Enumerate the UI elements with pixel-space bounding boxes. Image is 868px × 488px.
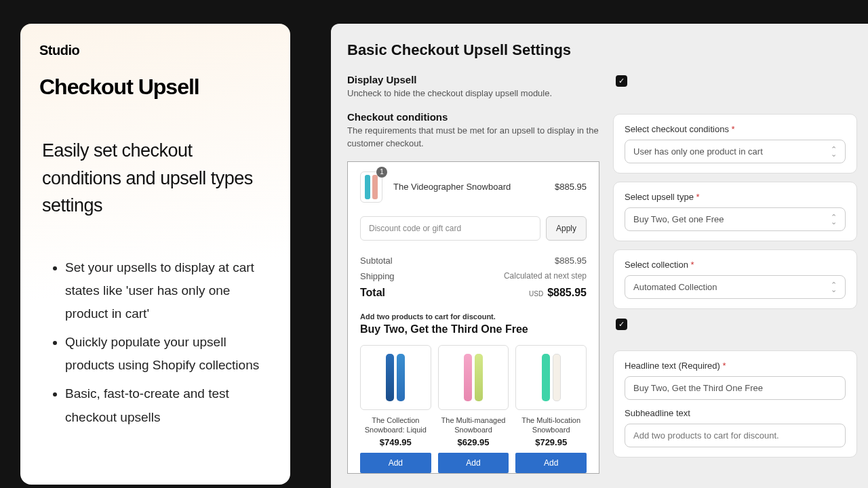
product-price: $749.95 [360, 437, 431, 447]
chevron-updown-icon: ⌃⌄ [831, 283, 837, 291]
field-label: Select collection * [625, 260, 846, 270]
checkout-conditions-label: Checkout conditions [347, 111, 599, 123]
upsell-tile: The Collection Snowboard: Liquid $749.95… [360, 345, 431, 474]
discount-input[interactable]: Discount code or gift card [360, 216, 540, 241]
upsell-tile: The Multi-location Snowboard $729.95 Add [515, 345, 587, 474]
checkout-conditions-desc: The requirements that must be met for an… [347, 125, 599, 150]
headline-card: Headline text (Required) * Buy Two, Get … [613, 350, 857, 458]
qty-badge: 1 [376, 167, 387, 178]
display-upsell-label: Display Upsell [347, 74, 599, 85]
field-label: Select checkout conditions * [625, 124, 846, 134]
subheadline-input[interactable] [625, 424, 846, 447]
secondary-checkbox[interactable]: ✓ [616, 319, 627, 330]
collection-card: Select collection * Automated Collection… [613, 249, 857, 309]
cart-item-price: $885.95 [555, 182, 587, 192]
upsell-tile: The Multi-managed Snowboard $629.95 Add [438, 345, 509, 474]
feature-item: Set your upsells to display at cart stat… [65, 256, 271, 326]
checkout-conditions-select[interactable]: User has only one product in cart⌃⌄ [625, 140, 846, 163]
apply-button[interactable]: Apply [546, 216, 587, 241]
sidebar-title: Checkout Upsell [39, 75, 271, 100]
collection-select[interactable]: Automated Collection⌃⌄ [625, 275, 846, 299]
chevron-updown-icon: ⌃⌄ [831, 147, 837, 156]
product-image [360, 345, 431, 410]
checkout-conditions-card: Select checkout conditions * User has on… [613, 114, 857, 174]
product-price: $729.95 [515, 437, 587, 447]
subtotal-label: Subtotal [360, 256, 393, 266]
feature-item: Basic, fast-to-create and test checkout … [65, 382, 271, 428]
display-upsell-desc: Uncheck to hide the checkout display ups… [347, 87, 599, 100]
subtotal-value: $885.95 [555, 256, 587, 266]
product-name: The Multi-location Snowboard [515, 415, 587, 435]
marketing-sidebar: Studio Checkout Upsell Easily set checko… [20, 24, 290, 485]
field-label: Select upsell type * [625, 192, 846, 202]
checkout-preview: 1 The Videographer Snowboard $885.95 Dis… [347, 161, 599, 474]
total-label: Total [360, 287, 385, 299]
headline-input[interactable]: Buy Two, Get the Third One Free [625, 376, 846, 400]
sidebar-subtitle: Easily set checkout conditions and upsel… [39, 137, 271, 220]
shipping-value: Calculated at next step [504, 271, 587, 281]
product-name: The Multi-managed Snowboard [438, 415, 509, 435]
upsell-headline: Buy Two, Get the Third One Free [360, 323, 587, 336]
brand-logo: Studio [39, 43, 271, 58]
settings-panel: Basic Checkout Upsell Settings Display U… [331, 24, 868, 488]
add-button[interactable]: Add [438, 453, 509, 473]
page-title: Basic Checkout Upsell Settings [347, 41, 857, 59]
product-name: The Collection Snowboard: Liquid [360, 415, 431, 435]
cart-item-thumb: 1 [360, 171, 382, 203]
currency-code: USD [529, 290, 543, 298]
feature-item: Quickly populate your upsell products us… [65, 331, 271, 377]
cart-item-name: The Videographer Snowboard [393, 182, 544, 192]
add-button[interactable]: Add [360, 453, 431, 473]
upsell-type-select[interactable]: Buy Two, Get one Free⌃⌄ [625, 207, 846, 231]
field-label: Subheadline text [625, 408, 846, 418]
field-label: Headline text (Required) * [625, 361, 846, 371]
upsell-subhead: Add two products to cart for discount. [360, 312, 587, 321]
total-value: $885.95 [547, 287, 587, 298]
upsell-type-card: Select upsell type * Buy Two, Get one Fr… [613, 182, 857, 241]
shipping-label: Shipping [360, 271, 395, 281]
display-upsell-checkbox[interactable]: ✓ [616, 75, 627, 87]
chevron-updown-icon: ⌃⌄ [831, 215, 837, 224]
add-button[interactable]: Add [515, 453, 587, 473]
product-image [515, 345, 587, 410]
feature-list: Set your upsells to display at cart stat… [39, 256, 271, 429]
product-image [438, 345, 509, 410]
product-price: $629.95 [438, 437, 509, 447]
